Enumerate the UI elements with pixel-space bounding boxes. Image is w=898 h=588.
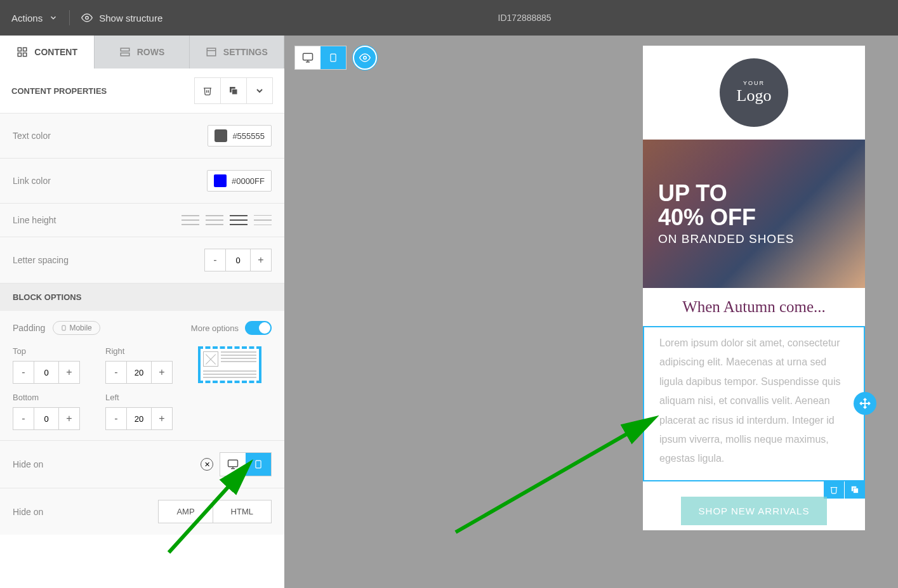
tab-content[interactable]: CONTENT	[0, 36, 95, 69]
lh-tight[interactable]	[182, 215, 199, 225]
line-height-label: Line height	[13, 215, 56, 225]
more-options-label: More options	[191, 323, 239, 333]
lh-loose[interactable]	[254, 215, 272, 225]
show-structure-toggle[interactable]: Show structure	[81, 12, 162, 23]
eye-icon	[81, 12, 93, 23]
hide-on-label: Hide on	[13, 459, 43, 469]
html-button[interactable]: HTML	[213, 500, 271, 523]
grid-icon	[17, 46, 28, 58]
panel-title: CONTENT PROPERTIES	[11, 86, 107, 96]
tab-rows[interactable]: ROWS	[95, 36, 189, 69]
letter-spacing-input[interactable]	[225, 249, 251, 271]
show-structure-label: Show structure	[99, 13, 162, 23]
padding-right-input[interactable]	[126, 362, 152, 383]
text-color-label: Text color	[13, 131, 51, 141]
collapse-button[interactable]	[246, 77, 273, 104]
svg-rect-6	[121, 53, 129, 56]
line-height-row: Line height	[0, 204, 284, 237]
mobile-chip[interactable]: Mobile	[53, 321, 100, 335]
link-color-row: Link color #0000FF	[0, 159, 284, 204]
duplicate-button[interactable]	[220, 77, 247, 104]
clear-hide-button[interactable]: ✕	[201, 458, 213, 471]
svg-rect-21	[331, 54, 336, 62]
plus-button[interactable]: +	[251, 249, 271, 271]
hide-mobile-button[interactable]	[246, 453, 271, 476]
canvas-mobile-button[interactable]	[320, 46, 346, 69]
eye-icon	[359, 52, 371, 63]
padding-left-input[interactable]	[126, 408, 152, 429]
padding-bottom-input[interactable]	[34, 408, 59, 429]
padding-right-stepper[interactable]: -+	[105, 361, 173, 384]
topbar: Actions Show structure ID172888885	[0, 0, 898, 36]
trash-icon	[829, 485, 838, 494]
hero-headline: UP TO40% OFF	[658, 181, 794, 230]
trash-icon	[202, 86, 213, 96]
actions-menu[interactable]: Actions	[11, 13, 58, 23]
copy-icon	[228, 86, 239, 96]
minus-button[interactable]: -	[106, 408, 126, 429]
minus-button[interactable]: -	[106, 362, 126, 383]
padding-label: Padding	[13, 323, 45, 333]
svg-rect-4	[23, 53, 27, 56]
delete-button[interactable]	[194, 77, 221, 104]
tabs: CONTENT ROWS SETTINGS	[0, 36, 284, 69]
padding-section: Padding Mobile More options Top -+	[0, 311, 284, 440]
svg-rect-27	[854, 488, 859, 493]
rows-icon	[119, 46, 131, 58]
hero-subhead: ON BRANDED SHOES	[658, 232, 794, 246]
sidebar: CONTENT ROWS SETTINGS CONTENT PROPERTIES…	[0, 36, 284, 588]
title-block[interactable]: When Autumn come...	[643, 288, 865, 326]
text-block-selected[interactable]: Lorem ipsum dolor sit amet, consectetur …	[643, 326, 865, 481]
document-id: ID172888885	[162, 13, 887, 23]
hero-block[interactable]: UP TO40% OFF ON BRANDED SHOES	[643, 140, 865, 288]
tab-settings[interactable]: SETTINGS	[190, 36, 284, 69]
hide-on-format-row: Hide on AMP HTML	[0, 488, 284, 535]
plus-button[interactable]: +	[152, 362, 172, 383]
block-delete-button[interactable]	[824, 481, 844, 499]
svg-point-23	[364, 56, 367, 60]
chevron-down-icon	[254, 86, 265, 96]
letter-spacing-stepper[interactable]: - +	[204, 249, 272, 271]
plus-button[interactable]: +	[59, 362, 79, 383]
title-text: When Autumn come...	[656, 298, 852, 316]
preview-button[interactable]	[353, 46, 377, 70]
logo-block[interactable]: YOUR Logo	[643, 46, 865, 140]
canvas: YOUR Logo UP TO40% OFF ON BRANDED SHOES …	[284, 36, 898, 588]
block-copy-button[interactable]	[845, 481, 865, 499]
desktop-icon	[302, 52, 314, 63]
minus-button[interactable]: -	[13, 362, 34, 383]
padding-bottom-stepper[interactable]: -+	[13, 407, 80, 430]
svg-rect-10	[232, 89, 237, 95]
svg-rect-1	[18, 48, 22, 51]
svg-rect-11	[62, 325, 65, 330]
padding-top-input[interactable]	[34, 362, 59, 383]
svg-rect-2	[23, 48, 27, 51]
svg-rect-18	[303, 53, 313, 60]
mobile-icon	[61, 324, 67, 332]
padding-left-stepper[interactable]: -+	[105, 407, 173, 430]
padding-top-stepper[interactable]: -+	[13, 361, 80, 384]
minus-button[interactable]: -	[205, 249, 225, 271]
mobile-icon	[254, 459, 263, 470]
plus-button[interactable]: +	[59, 408, 79, 429]
email-preview: YOUR Logo UP TO40% OFF ON BRANDED SHOES …	[643, 46, 865, 530]
lh-normal[interactable]	[206, 215, 223, 225]
chevron-down-icon	[49, 13, 58, 22]
canvas-desktop-button[interactable]	[295, 46, 320, 69]
padding-top-label: Top	[13, 346, 80, 356]
hide-on-label2: Hide on	[13, 507, 43, 517]
svg-line-29	[456, 419, 652, 532]
panel-header: CONTENT PROPERTIES	[0, 69, 284, 114]
letter-spacing-label: Letter spacing	[13, 255, 69, 265]
svg-rect-5	[121, 48, 129, 51]
move-handle[interactable]	[854, 392, 876, 415]
minus-button[interactable]: -	[13, 408, 34, 429]
plus-button[interactable]: +	[152, 408, 172, 429]
link-color-picker[interactable]: #0000FF	[207, 170, 272, 192]
lh-medium[interactable]	[230, 215, 248, 225]
hide-desktop-button[interactable]	[220, 453, 246, 476]
amp-button[interactable]: AMP	[159, 500, 213, 523]
text-color-picker[interactable]: #555555	[208, 125, 272, 147]
more-options-toggle[interactable]	[245, 321, 272, 335]
cta-button[interactable]: SHOP NEW ARRIVALS	[681, 497, 828, 525]
